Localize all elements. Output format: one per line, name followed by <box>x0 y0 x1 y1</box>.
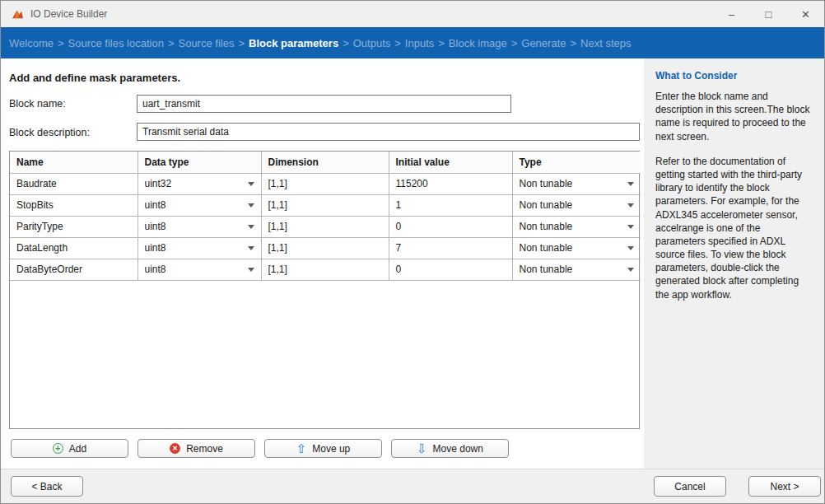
table-row: DataByteOrder uint8 [1,1] 0 Non tunable <box>10 259 641 280</box>
initial-value-cell[interactable]: 0 <box>389 216 512 237</box>
breadcrumb-item-welcome: Welcome <box>9 37 54 49</box>
table-header-row: Name Data type Dimension Initial value T… <box>10 152 641 173</box>
column-header-name: Name <box>10 152 138 173</box>
move-up-button-label: Move up <box>312 443 350 455</box>
maximize-button[interactable]: □ <box>750 1 787 27</box>
breadcrumb-separator: > <box>343 37 349 49</box>
back-button[interactable]: < Back <box>11 476 83 497</box>
chevron-down-icon <box>248 203 254 208</box>
initial-value-cell[interactable]: 7 <box>389 237 512 259</box>
table-row: StopBits uint8 [1,1] 1 Non tunable <box>10 194 641 216</box>
data-type-dropdown[interactable]: uint8 <box>138 237 261 259</box>
breadcrumb-item-generate: Generate <box>521 37 566 49</box>
block-name-input[interactable] <box>137 95 511 113</box>
type-dropdown[interactable]: Non tunable <box>512 194 641 216</box>
move-down-button-label: Move down <box>433 443 483 455</box>
add-button-label: Add <box>69 443 86 455</box>
breadcrumb-item-source-files-location: Source files location <box>68 37 164 49</box>
data-type-dropdown[interactable]: uint8 <box>138 216 261 237</box>
param-name-cell[interactable]: ParityType <box>10 216 138 237</box>
dimension-cell[interactable]: [1,1] <box>261 237 389 259</box>
sidebar-heading: What to Consider <box>655 70 813 82</box>
breadcrumb-item-next-steps: Next steps <box>580 37 631 49</box>
type-dropdown[interactable]: Non tunable <box>512 259 641 280</box>
initial-value-cell[interactable]: 0 <box>389 259 512 280</box>
type-dropdown[interactable]: Non tunable <box>512 173 641 194</box>
breadcrumb-separator: > <box>394 37 401 49</box>
window-controls: – □ ✕ <box>713 1 824 27</box>
add-icon <box>53 443 63 454</box>
column-header-data-type: Data type <box>138 152 261 173</box>
move-up-button[interactable]: Move up <box>264 439 382 458</box>
initial-value-cell[interactable]: 1 <box>389 194 512 216</box>
type-value: Non tunable <box>520 178 573 189</box>
type-dropdown[interactable]: Non tunable <box>512 237 641 259</box>
main-content: Add and define mask parameters. Block na… <box>1 58 646 470</box>
sidebar-paragraph: Enter the block name and description in … <box>655 90 813 143</box>
parameters-table: Name Data type Dimension Initial value T… <box>9 151 640 429</box>
chevron-down-icon <box>248 182 254 186</box>
chevron-down-icon <box>627 268 634 272</box>
block-description-input[interactable] <box>137 123 640 141</box>
param-name-cell[interactable]: DataLength <box>10 237 138 259</box>
page-title: Add and define mask parameters. <box>9 72 180 84</box>
breadcrumb-item-block-parameters: Block parameters <box>249 37 338 49</box>
breadcrumb-item-outputs: Outputs <box>353 37 391 49</box>
type-value: Non tunable <box>520 242 573 254</box>
block-name-label: Block name: <box>9 98 66 110</box>
breadcrumb-item-source-files: Source files <box>178 37 234 49</box>
data-type-value: uint8 <box>145 199 166 211</box>
chevron-down-icon <box>248 225 254 229</box>
data-type-value: uint8 <box>145 221 166 232</box>
window-title: IO Device Builder <box>30 8 107 20</box>
data-type-dropdown[interactable]: uint32 <box>138 173 261 194</box>
dimension-cell[interactable]: [1,1] <box>261 194 389 216</box>
param-name-cell[interactable]: DataByteOrder <box>10 259 138 280</box>
next-button[interactable]: Next > <box>748 476 821 497</box>
breadcrumb: Welcome > Source files location > Source… <box>1 27 824 58</box>
breadcrumb-item-inputs: Inputs <box>405 37 434 49</box>
remove-button-label: Remove <box>186 443 223 455</box>
breadcrumb-separator: > <box>511 37 518 49</box>
title-bar: IO Device Builder – □ ✕ <box>1 1 824 27</box>
footer-bar: < Back Cancel Next > <box>1 469 824 503</box>
app-icon <box>11 7 24 21</box>
chevron-down-icon <box>248 246 254 250</box>
dimension-cell[interactable]: [1,1] <box>261 259 389 280</box>
table-row: Baudrate uint32 [1,1] 115200 Non tunable <box>10 173 641 194</box>
add-button[interactable]: Add <box>11 439 128 458</box>
data-type-value: uint32 <box>145 178 172 189</box>
column-header-type: Type <box>512 152 641 173</box>
block-description-label: Block description: <box>9 127 90 138</box>
column-header-initial-value: Initial value <box>389 152 512 173</box>
chevron-down-icon <box>627 182 634 186</box>
sidebar-paragraph: Refer to the documentation of getting st… <box>655 155 813 301</box>
type-value: Non tunable <box>520 221 573 232</box>
chevron-down-icon <box>627 246 634 250</box>
chevron-down-icon <box>627 203 634 208</box>
breadcrumb-separator: > <box>168 37 175 49</box>
chevron-down-icon <box>627 225 634 229</box>
close-button[interactable]: ✕ <box>787 1 824 27</box>
type-value: Non tunable <box>520 199 573 211</box>
cancel-button[interactable]: Cancel <box>654 476 726 497</box>
remove-button[interactable]: Remove <box>138 439 255 458</box>
initial-value-cell[interactable]: 115200 <box>389 173 512 194</box>
data-type-dropdown[interactable]: uint8 <box>138 259 261 280</box>
table-action-buttons: Add Remove Move up Move down <box>11 439 509 458</box>
param-name-cell[interactable]: StopBits <box>10 194 138 216</box>
data-type-dropdown[interactable]: uint8 <box>138 194 261 216</box>
move-down-icon <box>417 442 427 455</box>
data-type-value: uint8 <box>145 264 166 275</box>
type-dropdown[interactable]: Non tunable <box>512 216 641 237</box>
param-name-cell[interactable]: Baudrate <box>10 173 138 194</box>
column-header-dimension: Dimension <box>261 152 389 173</box>
chevron-down-icon <box>248 268 254 272</box>
move-down-button[interactable]: Move down <box>391 439 509 458</box>
io-device-builder-window: IO Device Builder – □ ✕ Welcome > Source… <box>0 0 825 504</box>
data-type-value: uint8 <box>145 242 166 254</box>
dimension-cell[interactable]: [1,1] <box>261 173 389 194</box>
breadcrumb-separator: > <box>238 37 245 49</box>
minimize-button[interactable]: – <box>713 1 750 27</box>
dimension-cell[interactable]: [1,1] <box>261 216 389 237</box>
